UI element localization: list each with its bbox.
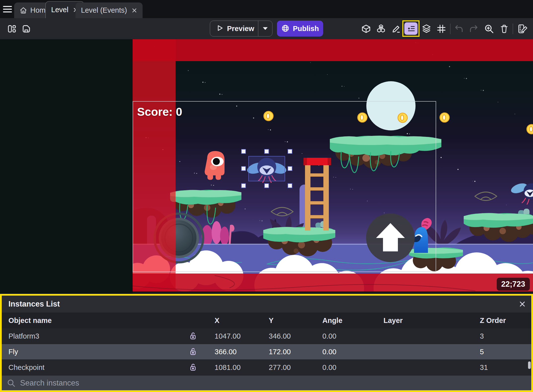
toolbar-divider bbox=[450, 24, 451, 34]
ladder-object[interactable] bbox=[304, 158, 331, 231]
column-header-z-order[interactable]: Z Order bbox=[477, 316, 531, 325]
publish-label: Publish bbox=[293, 25, 319, 33]
instance-name: Platform3 bbox=[2, 332, 185, 340]
score-hud-text: Score: 0 bbox=[137, 105, 182, 118]
selection-handle[interactable] bbox=[264, 149, 269, 154]
column-header-object-name[interactable]: Object name bbox=[2, 316, 185, 325]
coin-object bbox=[264, 111, 273, 121]
unlock-icon[interactable] bbox=[185, 332, 212, 340]
instance-x[interactable]: 1047.00 bbox=[212, 332, 266, 340]
instance-y[interactable]: 172.00 bbox=[266, 348, 319, 356]
instance-name: Fly bbox=[2, 348, 185, 356]
coin-object bbox=[358, 113, 367, 122]
instances-table-header: Object name X Y Angle Layer Z Order bbox=[2, 313, 531, 328]
object-groups-icon[interactable] bbox=[375, 18, 387, 39]
unlock-icon[interactable] bbox=[185, 348, 212, 356]
platform-object[interactable] bbox=[330, 136, 441, 173]
instance-angle[interactable]: 0.00 bbox=[319, 363, 381, 372]
jump-button-object[interactable] bbox=[366, 213, 415, 262]
instance-angle[interactable]: 0.00 bbox=[319, 332, 381, 340]
instances-list-icon bbox=[407, 25, 416, 33]
home-layout-icon[interactable] bbox=[6, 18, 17, 39]
instance-name: Checkpoint bbox=[2, 363, 185, 372]
search-instances-input[interactable] bbox=[20, 379, 531, 388]
preview-button[interactable]: Preview bbox=[210, 21, 272, 37]
home-icon bbox=[20, 7, 27, 14]
joystick-control-object[interactable] bbox=[154, 214, 203, 262]
instance-x[interactable]: 366.00 bbox=[212, 348, 266, 356]
play-icon bbox=[216, 24, 224, 33]
cursor-coordinates-badge: 22;723 bbox=[497, 278, 530, 291]
bat-enemy-object[interactable] bbox=[510, 181, 533, 204]
panel-title: Instances List bbox=[8, 300, 60, 309]
selection-handle[interactable] bbox=[264, 183, 269, 188]
tab-level-events-label: Level (Events) bbox=[81, 6, 127, 14]
unlock-icon[interactable] bbox=[185, 363, 212, 372]
panel-close-button[interactable] bbox=[518, 300, 527, 309]
preview-button-main[interactable]: Preview bbox=[210, 21, 258, 36]
coin-object bbox=[398, 113, 407, 122]
edit-scene-events-icon[interactable] bbox=[517, 18, 530, 39]
instance-x[interactable]: 1081.00 bbox=[212, 363, 266, 372]
grid-icon[interactable] bbox=[436, 18, 447, 39]
coin-object bbox=[527, 124, 533, 134]
gdevelop-editor-window: Home Level Level (Events) bbox=[0, 0, 533, 392]
edit-pencil-icon[interactable] bbox=[391, 18, 402, 39]
instance-y[interactable]: 277.00 bbox=[266, 363, 319, 372]
selection-handle[interactable] bbox=[241, 183, 246, 188]
toolbar-divider bbox=[513, 24, 513, 34]
player-character-object[interactable] bbox=[205, 151, 225, 180]
selection-handle[interactable] bbox=[288, 183, 292, 188]
selection-handle[interactable] bbox=[241, 166, 246, 171]
instance-row-checkpoint[interactable]: Checkpoint 1081.00 277.00 0.00 31 bbox=[2, 360, 531, 375]
instance-angle[interactable]: 0.00 bbox=[319, 348, 381, 356]
instance-z-order[interactable]: 5 bbox=[477, 348, 531, 356]
tab-level-events[interactable]: Level (Events) bbox=[76, 2, 143, 18]
objects-cube-icon[interactable] bbox=[361, 18, 372, 39]
instance-row-platform3[interactable]: Platform3 1047.00 346.00 0.00 3 bbox=[2, 328, 531, 344]
undo-icon[interactable] bbox=[454, 18, 464, 39]
moon-object[interactable] bbox=[366, 81, 416, 130]
selection-handle[interactable] bbox=[288, 149, 292, 154]
panel-title-row: Instances List bbox=[2, 296, 531, 313]
selection-rect[interactable] bbox=[248, 156, 285, 181]
column-header-angle[interactable]: Angle bbox=[319, 316, 381, 325]
preview-label: Preview bbox=[227, 25, 254, 33]
chevron-down-icon bbox=[263, 27, 268, 30]
trash-icon[interactable] bbox=[499, 18, 510, 39]
instance-row-fly-selected[interactable]: Fly 366.00 172.00 0.00 5 bbox=[2, 344, 531, 360]
search-icon bbox=[7, 379, 15, 387]
scene-editor-canvas[interactable]: Score: 0 22;723 bbox=[0, 39, 533, 294]
column-header-layer[interactable]: Layer bbox=[381, 316, 477, 325]
selection-handle[interactable] bbox=[288, 166, 292, 171]
tab-bar: Home Level Level (Events) bbox=[0, 0, 533, 18]
layers-icon[interactable] bbox=[421, 18, 432, 39]
instance-y[interactable]: 346.00 bbox=[266, 332, 319, 340]
menu-icon[interactable] bbox=[3, 5, 12, 13]
tab-level-events-close-icon[interactable] bbox=[132, 8, 137, 13]
column-header-x[interactable]: X bbox=[212, 316, 266, 325]
column-header-y[interactable]: Y bbox=[266, 316, 319, 325]
tab-level-label: Level bbox=[51, 6, 68, 14]
globe-icon bbox=[281, 24, 290, 33]
instances-search-bar bbox=[2, 376, 531, 390]
instance-z-order[interactable]: 31 bbox=[477, 363, 531, 372]
save-icon[interactable] bbox=[21, 18, 32, 39]
instance-z-order[interactable]: 3 bbox=[477, 332, 531, 340]
canvas-bottom-strip bbox=[133, 291, 533, 294]
redo-icon[interactable] bbox=[468, 18, 479, 39]
scene-artwork bbox=[133, 39, 533, 294]
coin-object bbox=[440, 113, 449, 122]
publish-button[interactable]: Publish bbox=[277, 21, 323, 37]
close-icon bbox=[519, 301, 526, 307]
scene-viewport[interactable]: Score: 0 22;723 bbox=[133, 39, 533, 294]
panel-scrollbar-thumb[interactable] bbox=[528, 361, 531, 369]
zoom-in-icon[interactable] bbox=[483, 18, 495, 39]
preview-dropdown-button[interactable] bbox=[258, 21, 272, 36]
instances-list-button[interactable] bbox=[404, 22, 418, 35]
selection-handle[interactable] bbox=[241, 149, 246, 154]
instances-list-panel: Instances List Object name X Y Angle Lay… bbox=[0, 294, 533, 392]
toolbar: Preview Publish bbox=[0, 18, 533, 39]
